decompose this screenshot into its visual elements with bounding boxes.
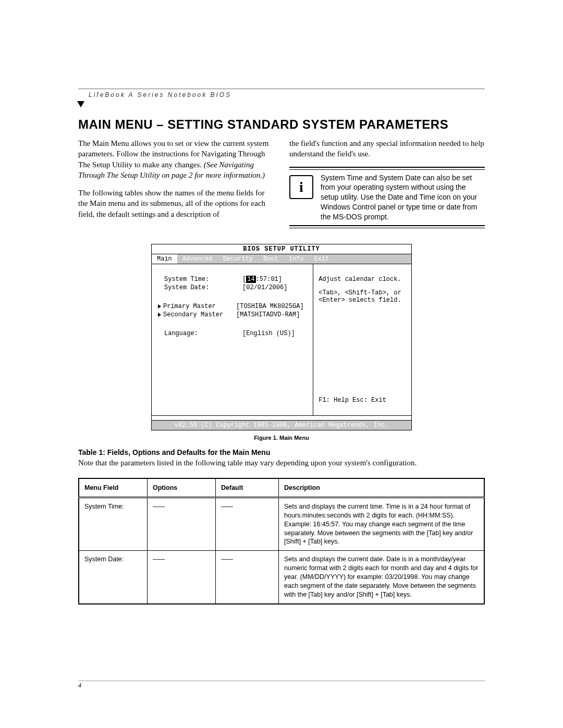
bios-tabbar: Main Advanced Security Boot Info Exit [152,254,411,264]
th-menu-field: Menu Field [79,478,148,498]
triangle-right-icon [158,313,161,317]
bios-help-line-2: <Tab>, <Shift-Tab>, or [319,289,406,297]
bios-tab-exit[interactable]: Exit [309,254,335,264]
page-title: MAIN MENU – SETTING STANDARD SYSTEM PARA… [78,117,485,132]
info-icon: i [289,175,313,199]
table-row: System Date: —— —— Sets and displays the… [79,551,484,604]
table-note: Note that the parameters listed in the f… [78,459,485,467]
figure-caption: Figure 1. Main Menu [151,435,412,441]
bios-tab-security[interactable]: Security [217,254,258,264]
bios-time-label: System Time: [158,276,242,283]
cell-default: —— [216,551,279,604]
th-options: Options [148,478,216,498]
cell-options: —— [148,497,216,550]
bios-footer-keys: F1: Help Esc: Exit [319,397,406,404]
intro-para-1: The Main Menu allows you to set or view … [78,138,274,180]
cell-description: Sets and displays the current date. Date… [279,551,485,604]
bios-title: BIOS SETUP UTILITY [152,244,411,254]
chevron-down-icon [77,101,84,107]
bios-figure: BIOS SETUP UTILITY Main Advanced Securit… [151,244,412,430]
bios-secondary-master-value: [MATSHITADVD-RAM] [236,311,300,318]
bios-copyright: v02.59 (C) Copyright 1985-2006, American… [152,420,411,430]
bios-help-line-1: Adjust calendar clock. [319,276,406,283]
bios-tab-info[interactable]: Info [284,254,309,264]
footer-rule [78,681,485,681]
info-note: i System Time and System Date can also b… [289,167,485,228]
bios-primary-master-value: [TOSHIBA MK8025GA] [236,303,304,310]
th-default: Default [216,478,279,498]
th-description: Description [279,478,485,498]
page-number: 4 [78,682,81,689]
bios-tab-main[interactable]: Main [152,254,177,264]
main-menu-table: Menu Field Options Default Description S… [78,478,485,604]
cell-menu-field: System Date: [79,551,148,604]
note-rule-bottom [289,225,485,228]
cell-options: —— [148,551,216,604]
bios-time-highlight: 14 [246,276,255,283]
bios-language-value[interactable]: [English (US)] [242,330,295,337]
bios-date-value[interactable]: [02/01/2006] [242,284,287,291]
bios-primary-master-label[interactable]: Primary Master [158,303,236,310]
bios-language-label: Language: [158,330,242,337]
intro-para-3: the field's function and any special inf… [289,138,485,159]
cell-default: —— [216,497,279,550]
cell-menu-field: System Time: [79,497,148,550]
table-title: Table 1: Fields, Options and Defaults fo… [78,448,485,456]
bios-time-value[interactable]: [14:57:01] [242,276,282,283]
bios-tab-advanced[interactable]: Advanced [177,254,218,264]
info-glyph: i [299,177,303,197]
cell-description: Sets and displays the current time. Time… [279,497,485,550]
header-rule [78,89,485,89]
note-text: System Time and System Date can also be … [321,173,485,222]
table-row: System Time: —— —— Sets and displays the… [79,497,484,550]
bios-secondary-master-label[interactable]: Secondary Master [158,311,236,318]
header-label: LifeBook A Series Notebook BIOS [89,91,231,98]
table-header-row: Menu Field Options Default Description [79,478,484,498]
bios-date-label: System Date: [158,284,242,291]
intro-para-2: The following tables show the names of t… [78,188,274,219]
triangle-right-icon [158,304,161,309]
bios-tab-boot[interactable]: Boot [258,254,284,264]
bios-help-line-3: <Enter> selects field. [319,297,406,304]
